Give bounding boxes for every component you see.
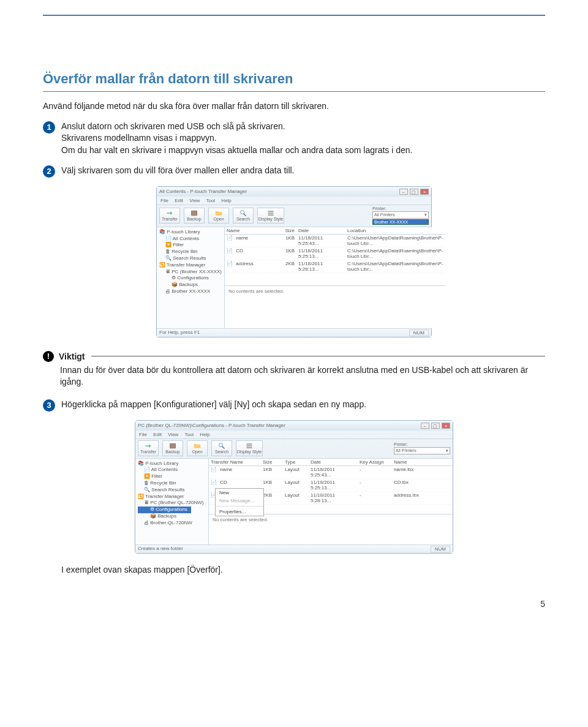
tree-printer[interactable]: 🖨 Brother XX-XXXX — [159, 288, 222, 295]
svg-rect-4 — [268, 215, 274, 216]
printer-combo[interactable]: All Printers▾ — [372, 211, 429, 219]
printer-selected[interactable]: Brother XX-XXXX — [372, 219, 429, 225]
col-name[interactable]: Name — [225, 227, 277, 234]
minimize-button[interactable]: – — [421, 423, 429, 429]
col-transfername[interactable]: Transfer Name — [209, 459, 261, 465]
attention-icon: ! — [43, 351, 54, 362]
tree-pc[interactable]: 🖥 PC (Brother QL-720NW) — [138, 500, 206, 507]
svg-rect-9 — [247, 447, 252, 448]
list-icon — [246, 442, 253, 450]
window-title: PC (Brother QL-720NW)\Configurations - P… — [138, 423, 285, 428]
step-3-text: Högerklicka på mappen [Konfigurationer] … — [61, 399, 545, 410]
svg-line-6 — [222, 446, 225, 449]
status-text: Creates a new folder — [138, 546, 183, 552]
note-text: Innan du för över data bör du kontroller… — [43, 364, 545, 388]
ctx-new[interactable]: New — [216, 489, 263, 497]
list-item[interactable]: 📄 address 2KB 11/18/2011 5:28:13... C:\U… — [225, 260, 445, 273]
tree-all-contents[interactable]: 📄 All Contents — [159, 236, 222, 243]
tree-search-results[interactable]: 🔍 Search Results — [159, 255, 222, 262]
step-number-badge: 2 — [43, 165, 55, 178]
ctx-properties[interactable]: Properties... — [216, 508, 263, 516]
backup-button[interactable]: Backup — [184, 208, 205, 224]
list-item[interactable]: 📄 name 1KB 11/18/2011 5:25:43... C:\User… — [225, 235, 445, 247]
tree-backups[interactable]: 📦 Backups — [159, 282, 222, 288]
transfer-button[interactable]: Transfer — [138, 440, 159, 456]
step-2: 2 Välj skrivaren som du vill föra över m… — [43, 165, 545, 178]
step-2-text: Välj skrivaren som du vill föra över mal… — [61, 165, 545, 176]
maximize-button[interactable]: ▢ — [410, 189, 418, 195]
col-size[interactable]: Size — [277, 227, 296, 234]
step-1-line1: Anslut datorn och skrivaren med USB och … — [61, 121, 545, 132]
col-date[interactable]: Date — [296, 227, 345, 234]
folder-open-icon — [215, 209, 222, 217]
page-number: 5 — [43, 599, 545, 609]
close-button[interactable]: × — [420, 189, 429, 195]
page-title: Överför mallar från datorn till skrivare… — [43, 71, 545, 92]
open-button[interactable]: Open — [208, 208, 229, 224]
tree-all-contents[interactable]: 📄 All Contents — [138, 467, 206, 473]
tree-pane: 📚 P-touch Library 📄 All Contents 🔽 Filte… — [135, 459, 209, 544]
open-button[interactable]: Open — [187, 440, 208, 456]
step-1-line3: Om du har valt en skrivare i mappvyn vis… — [61, 145, 545, 156]
close-button[interactable]: × — [442, 423, 450, 429]
menu-edit[interactable]: Edit — [175, 198, 183, 203]
folder-open-icon — [194, 442, 201, 450]
tree-recycle-bin[interactable]: 🗑 Recycle Bin — [159, 249, 222, 255]
svg-point-5 — [219, 443, 223, 447]
transfer-icon — [145, 442, 152, 450]
tree-search-results[interactable]: 🔍 Search Results — [138, 487, 206, 494]
col-keyassign[interactable]: Key Assign — [358, 459, 392, 465]
tree-configurations[interactable]: ⚙ Configurations — [138, 507, 191, 513]
svg-line-1 — [244, 214, 246, 216]
menu-edit[interactable]: Edit — [153, 432, 162, 437]
status-text: For Help, press F1 — [159, 330, 200, 336]
menu-help[interactable]: Help — [200, 432, 209, 437]
header-rule — [43, 15, 545, 16]
tree-pc[interactable]: 🖥 PC (Brother XX-XXXX) — [159, 269, 222, 276]
menubar: File Edit View Tool Help — [135, 431, 453, 439]
col-location[interactable]: Location — [345, 227, 445, 234]
transfer-button[interactable]: Transfer — [159, 208, 180, 224]
svg-rect-8 — [247, 445, 252, 446]
transfer-icon — [166, 209, 173, 217]
display-style-button[interactable]: Display Style — [257, 208, 284, 224]
status-num: NUM — [409, 330, 429, 336]
col-size[interactable]: Size — [261, 459, 283, 465]
tree-recycle-bin[interactable]: 🗑 Recycle Bin — [138, 480, 206, 487]
after-shot-caption: I exemplet ovan skapas mappen [Överför]. — [43, 565, 545, 574]
menu-tool[interactable]: Tool — [184, 432, 194, 437]
status-num: NUM — [431, 546, 450, 552]
backup-icon — [169, 442, 176, 450]
list-item[interactable]: 📄 CD 1KB 11/18/2011 5:25:13... C:\Users\… — [225, 247, 445, 260]
minimize-button[interactable]: – — [399, 189, 408, 195]
search-icon — [218, 442, 225, 450]
maximize-button[interactable]: ▢ — [431, 423, 440, 429]
menu-file[interactable]: File — [139, 432, 147, 437]
printer-combo[interactable]: All Printers▾ — [394, 447, 450, 454]
col-date[interactable]: Date — [309, 459, 358, 465]
col-type[interactable]: Type — [283, 459, 309, 465]
menu-view[interactable]: View — [168, 432, 178, 437]
search-icon — [239, 209, 247, 217]
printer-label: Printer: — [394, 442, 450, 446]
search-button[interactable]: Search — [211, 440, 232, 456]
display-style-button[interactable]: Display Style — [236, 440, 263, 456]
ctx-new-message[interactable]: New Message... — [216, 497, 263, 505]
tree-backups[interactable]: 📦 Backups — [138, 513, 206, 520]
backup-button[interactable]: Backup — [162, 440, 183, 456]
search-button[interactable]: Search — [233, 208, 254, 224]
list-item[interactable]: 📄 name 1KB Layout 11/18/2011 5:25:43... … — [209, 466, 453, 479]
menu-help[interactable]: Help — [221, 198, 231, 203]
tree-configurations[interactable]: ⚙ Configurations — [159, 275, 222, 282]
menu-view[interactable]: View — [189, 198, 200, 203]
tree-printer[interactable]: 🖨 Brother QL-720NW — [138, 520, 206, 527]
backup-icon — [190, 209, 198, 217]
menu-file[interactable]: File — [160, 198, 168, 203]
col-name[interactable]: Name — [392, 459, 453, 465]
svg-point-0 — [241, 211, 244, 214]
menu-tool[interactable]: Tool — [206, 198, 215, 203]
chevron-down-icon: ▾ — [446, 448, 448, 453]
tree-filter[interactable]: 🔽 Filter — [138, 473, 206, 480]
tree-filter[interactable]: 🔽 Filter — [159, 242, 222, 249]
chevron-down-icon: ▾ — [424, 213, 427, 217]
